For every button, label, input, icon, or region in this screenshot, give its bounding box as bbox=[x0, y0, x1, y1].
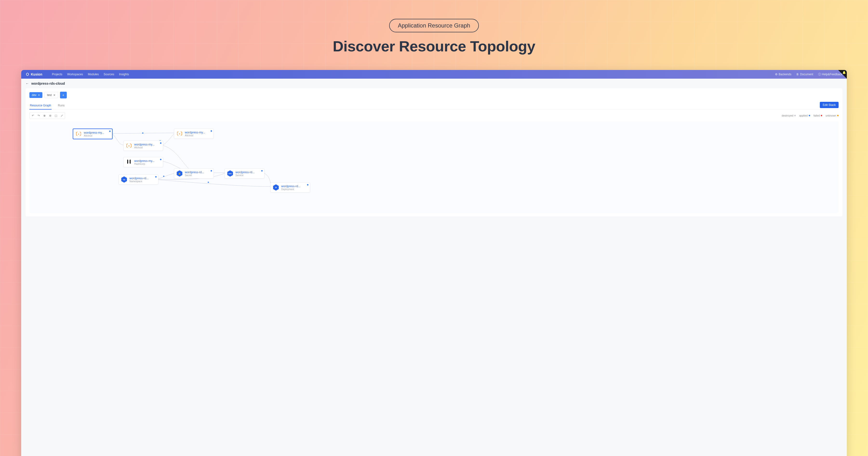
node-icon: 〔-〕 bbox=[126, 142, 132, 149]
node-title: wordpress-my... bbox=[134, 159, 154, 163]
add-env-button[interactable]: + bbox=[60, 92, 67, 98]
nav-workspaces[interactable]: Workspaces bbox=[67, 73, 83, 76]
graph-node[interactable]: 〔-〕wordpress-my...Alicloud bbox=[73, 129, 113, 139]
nav-modules[interactable]: Modules bbox=[88, 73, 99, 76]
tab-runs[interactable]: Runs bbox=[57, 102, 65, 110]
node-icon: ⟳ bbox=[273, 184, 279, 191]
legend-applied: applied bbox=[799, 114, 810, 117]
brand-icon bbox=[26, 73, 29, 76]
secret-icon: 🔒 bbox=[176, 170, 183, 177]
topbar: Kusion Projects Workspaces Modules Sourc… bbox=[21, 70, 847, 79]
redo-button[interactable]: ↷ bbox=[36, 113, 41, 118]
tab-resource-graph[interactable]: Resource Graph bbox=[29, 102, 52, 110]
brand-logo[interactable]: Kusion bbox=[26, 73, 42, 76]
node-icon: 〔-〕 bbox=[75, 131, 82, 137]
link-document[interactable]: 🗎Document bbox=[796, 73, 813, 76]
env-row: dev ✕ test ✕ + bbox=[29, 92, 839, 98]
graph-edges bbox=[29, 121, 839, 213]
node-subtitle: Alicloud bbox=[134, 146, 154, 149]
edge-point bbox=[208, 182, 209, 183]
fit-screen-button[interactable]: ▢ bbox=[53, 113, 59, 118]
brand-name: Kusion bbox=[31, 73, 42, 76]
node-icon: 〔-〕 bbox=[176, 130, 183, 137]
notification-corner[interactable] bbox=[838, 70, 847, 79]
help-icon: ⓘ bbox=[818, 73, 821, 77]
graph-node[interactable]: 〔-〕wordpress-my...Alicloud bbox=[174, 129, 214, 139]
close-icon[interactable]: ✕ bbox=[38, 94, 40, 97]
document-icon: 🗎 bbox=[796, 73, 799, 76]
node-subtitle: Deployment bbox=[281, 188, 301, 191]
graph-canvas[interactable]: 〔-〕wordpress-my...Alicloud〔-〕wordpress-m… bbox=[29, 121, 839, 213]
legend-destroyed: destroyed bbox=[782, 114, 796, 117]
hero-pill: Application Resource Graph bbox=[389, 19, 479, 32]
graph-node[interactable]: wordpress-my...Hashicorp bbox=[123, 157, 163, 167]
tabs-row: Resource Graph Runs Edit Stack bbox=[29, 102, 839, 110]
node-icon bbox=[126, 159, 132, 166]
app-window: Kusion Projects Workspaces Modules Sourc… bbox=[21, 70, 847, 456]
hero-title: Discover Resource Topology bbox=[0, 38, 868, 55]
status-legend: destroyed applied failed unknown bbox=[782, 114, 839, 117]
node-title: wordpress-rd... bbox=[185, 171, 204, 174]
node-status-dot bbox=[211, 170, 212, 172]
node-title: wordpress-my... bbox=[185, 131, 205, 134]
node-title: wordpress-rd... bbox=[129, 177, 149, 180]
node-subtitle: Alicloud bbox=[84, 134, 104, 137]
node-subtitle: Namespace bbox=[129, 180, 149, 183]
graph-node[interactable]: nswordpress-rd...Namespace bbox=[119, 174, 158, 184]
node-title: wordpress-rd... bbox=[236, 171, 255, 174]
graph-toolbar: ↶ ↷ ⊕ ⊖ ▢ ⤢ destroyed applied failed unk… bbox=[29, 110, 839, 121]
node-title: wordpress-my... bbox=[84, 131, 104, 134]
node-subtitle: Alicloud bbox=[185, 134, 205, 137]
nav-sources[interactable]: Sources bbox=[104, 73, 114, 76]
graph-node[interactable]: 〔-〕wordpress-my...Alicloud bbox=[123, 141, 163, 151]
back-button[interactable]: ← bbox=[26, 82, 29, 85]
node-subtitle: Secret bbox=[185, 174, 204, 177]
node-subtitle: Service bbox=[236, 174, 255, 177]
node-title: wordpress-my... bbox=[134, 143, 154, 146]
env-tag-test[interactable]: test ✕ bbox=[44, 92, 58, 98]
node-status-dot bbox=[211, 130, 212, 132]
namespace-icon: ns bbox=[121, 176, 127, 183]
alicloud-icon: 〔-〕 bbox=[73, 131, 84, 137]
nav-insights[interactable]: Insights bbox=[119, 73, 129, 76]
graph-node[interactable]: 🔒wordpress-rd...Secret bbox=[174, 168, 214, 178]
graph-node[interactable]: svcwordpress-rd...Service bbox=[225, 168, 265, 178]
alicloud-icon: 〔-〕 bbox=[175, 131, 185, 137]
env-label: test bbox=[47, 93, 52, 97]
hashicorp-icon bbox=[126, 159, 132, 166]
node-status-dot bbox=[261, 170, 263, 172]
node-status-dot bbox=[160, 142, 161, 144]
node-title: wordpress-rd... bbox=[281, 184, 301, 188]
link-backends[interactable]: ⚙Backends bbox=[775, 73, 792, 76]
legend-failed: failed bbox=[813, 114, 822, 117]
node-status-dot bbox=[160, 159, 161, 160]
fullscreen-button[interactable]: ⤢ bbox=[59, 113, 64, 118]
breadcrumb: ← wordpress-rds-cloud bbox=[21, 79, 847, 88]
deployment-icon: ⟳ bbox=[273, 184, 279, 191]
node-subtitle: Hashicorp bbox=[134, 163, 154, 165]
content-card: dev ✕ test ✕ + Resource Graph Runs Edit … bbox=[26, 88, 842, 217]
edge-point bbox=[142, 133, 144, 134]
node-icon: 🔒 bbox=[176, 170, 183, 177]
legend-unknown: unknown bbox=[826, 114, 839, 117]
gear-icon: ⚙ bbox=[775, 73, 778, 76]
env-label: dev bbox=[32, 93, 36, 97]
node-status-dot bbox=[155, 176, 157, 177]
service-icon: svc bbox=[227, 170, 233, 177]
main-nav: Projects Workspaces Modules Sources Insi… bbox=[52, 73, 129, 76]
node-status-dot bbox=[109, 131, 111, 132]
close-icon[interactable]: ✕ bbox=[53, 94, 55, 97]
zoom-in-button[interactable]: ⊕ bbox=[42, 113, 47, 118]
undo-button[interactable]: ↶ bbox=[30, 113, 35, 118]
zoom-out-button[interactable]: ⊖ bbox=[48, 113, 53, 118]
alicloud-icon: 〔-〕 bbox=[124, 143, 134, 149]
node-icon: ns bbox=[121, 176, 127, 183]
env-tag-dev[interactable]: dev ✕ bbox=[29, 92, 42, 98]
node-icon: svc bbox=[227, 170, 234, 177]
page-title: wordpress-rds-cloud bbox=[31, 82, 65, 85]
nav-projects[interactable]: Projects bbox=[52, 73, 62, 76]
graph-node[interactable]: ⟳wordpress-rd...Deployment bbox=[270, 182, 310, 193]
edge-point bbox=[163, 176, 164, 177]
node-status-dot bbox=[307, 184, 308, 186]
edit-stack-button[interactable]: Edit Stack bbox=[820, 102, 839, 108]
